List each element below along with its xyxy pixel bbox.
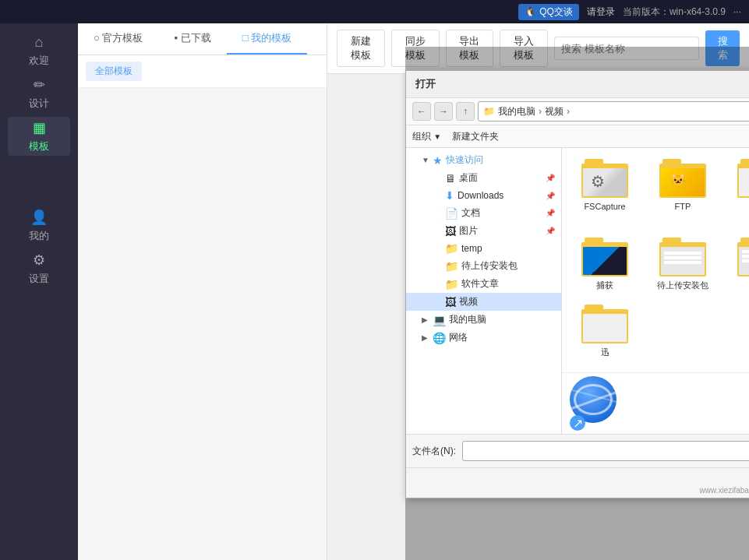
file-item-ftp[interactable]: 🐱 FTP [648,156,718,227]
file-name: 迅 [601,347,609,357]
video-folder-icon: 🖼 [445,296,456,308]
sidebar-item-label: 模板 [29,139,49,153]
tab-label: 我的模板 [251,32,291,44]
download-icon: ⬇ [445,189,454,202]
tree-label: 待上传安装包 [461,259,555,273]
tree-label: 图片 [459,224,542,238]
sidebar-item-welcome[interactable]: ⌂ 欢迎 [8,31,70,70]
tree-label: 我的电脑 [449,313,555,326]
tree-label: Downloads [458,190,542,201]
dialog-action-bar: 组织 ▼ 新建文件夹 ⊞ [406,125,749,148]
dialog-toolbar: ← → ↑ 📁 我的电脑 › 视频 › ▼ ↻ [406,98,749,125]
tree-item-documents[interactable]: 📄 文档 📌 [406,204,561,222]
file-item-medal[interactable]: Medal [726,156,749,227]
tree-label: 桌面 [459,171,542,185]
forward-btn[interactable]: → [434,102,453,121]
sidebar-item-label: 欢迎 [29,54,49,68]
new-template-btn[interactable]: 新建模板 [337,30,385,67]
tree-item-downloads[interactable]: ⬇ Downloads 📌 [406,187,561,204]
file-item-capture[interactable]: 捕获 [570,234,640,294]
app-sidebar: ⌂ 欢迎 ✏ 设计 ▦ 模板 👤 我的 ⚙ 设置 [0,23,78,560]
address-bar[interactable]: 📁 我的电脑 › 视频 › ▼ ↻ [478,101,749,122]
sidebar-item-template[interactable]: ▦ 模板 [8,117,70,156]
back-btn[interactable]: ← [412,102,431,121]
folder-thumbnail: ⚙ [581,159,628,198]
more-btn[interactable]: ··· [733,6,741,17]
sidebar-item-label: 我的 [29,229,49,243]
pin-icon: 📌 [546,192,555,200]
file-item-upload-pkg[interactable]: 待上传安装包 [648,234,718,294]
sidebar-item-settings[interactable]: ⚙ 设置 [8,249,70,288]
file-name: FTP [675,201,691,212]
sub-tab-all[interactable]: 全部模板 [86,62,142,81]
tree-item-mypc[interactable]: ▶ 💻 我的电脑 [406,311,561,329]
file-item-tools[interactable]: 工具 [726,234,749,294]
file-name: 待上传安装包 [657,280,708,291]
arrow-icon: ▶ [422,315,429,324]
document-icon: 📄 [445,207,458,220]
folder-icon: 📁 [483,106,495,117]
tree-item-quick-access[interactable]: ▼ ★ 快速访问 [406,151,561,169]
network-icon: 🌐 [433,332,446,344]
file-item-more[interactable]: 迅 [570,301,640,361]
login-btn[interactable]: 请登录 [587,5,615,19]
tree-item-network[interactable]: ▶ 🌐 网络 [406,329,561,347]
qq-icon: 🐧 [525,6,536,17]
tree-label: 视频 [459,295,555,308]
tree-item-temp[interactable]: 📁 temp [406,240,561,257]
template-main: 新建模板 同步模板 导出模板 导入模板 搜索 打开 ← → ↑ 📁 我的电脑 [327,23,749,560]
new-folder-btn[interactable]: 新建文件夹 [452,130,499,143]
tree-label: temp [461,243,555,254]
version-label: 当前版本：win-x64-3.0.9 [623,5,726,19]
tree-label: 文档 [461,206,542,220]
my-icon: □ [242,32,251,44]
sidebar-item-label: 设置 [29,272,49,286]
organize-btn[interactable]: 组织 ▼ [412,130,441,143]
folder-icon: 📁 [445,260,458,273]
organize-arrow: ▼ [433,132,441,141]
tab-downloaded[interactable]: ▪ 已下载 [158,23,226,55]
qq-chat-btn[interactable]: 🐧 QQ交谈 [518,4,579,20]
file-item-fscapture[interactable]: ⚙ FSCapture [570,156,640,227]
gear-icon: ⚙ [33,252,45,269]
dialog-footer: 文件名(N): Custom File Type [406,434,749,467]
tree-item-desktop[interactable]: 🖥 桌面 📌 [406,169,561,187]
qq-label: QQ交谈 [539,5,573,19]
sidebar-item-my[interactable]: 👤 我的 [8,206,70,245]
up-btn[interactable]: ↑ [456,102,475,121]
folder-icon: 📁 [445,278,458,291]
tree-item-software[interactable]: 📁 软件文章 [406,275,561,293]
template-sub-tabs: 全部模板 [78,55,327,88]
filename-input[interactable] [462,441,749,461]
folder-thumbnail [581,238,628,276]
arrow-icon: ▶ [422,333,429,342]
pictures-icon: 🖼 [445,225,456,238]
template-icon: ▦ [33,119,46,136]
tree-item-upload-pkg[interactable]: 📁 待上传安装包 [406,257,561,275]
file-name: 捕获 [596,280,613,291]
main-layout: ⌂ 欢迎 ✏ 设计 ▦ 模板 👤 我的 ⚙ 设置 ○ 官方模板 ▪ [0,23,749,560]
template-panel: ○ 官方模板 ▪ 已下载 □ 我的模板 全部模板 [78,23,327,560]
ie-icon: ↗ [570,376,624,431]
design-icon: ✏ [34,76,45,93]
pin-icon: 📌 [546,174,555,182]
dialog-body: ▼ ★ 快速访问 🖥 桌面 📌 ⬇ [406,148,749,434]
arrow-icon: ▼ [422,156,429,164]
tab-official[interactable]: ○ 官方模板 [78,23,158,55]
folder-thumbnail [659,238,706,276]
top-bar: 🐧 QQ交谈 请登录 当前版本：win-x64-3.0.9 ··· [0,0,749,23]
folder-thumbnail [737,159,749,198]
sidebar-item-design[interactable]: ✏ 设计 [8,74,70,113]
folder-thumbnail [737,238,749,276]
computer-icon: 💻 [433,314,446,326]
file-grid: ⚙ FSCapture [562,148,749,372]
folder-thumbnail [581,305,628,343]
address-pc: 我的电脑 [498,105,535,118]
tree-item-pictures[interactable]: 🖼 图片 📌 [406,222,561,240]
pin-icon: 📌 [546,227,555,235]
tree-item-video[interactable]: 🖼 视频 [406,293,561,311]
sidebar-item-label: 设计 [29,97,49,111]
desktop-icon: 🖥 [445,172,456,185]
tab-my-template[interactable]: □ 我的模板 [227,23,307,55]
pin-icon: 📌 [546,209,555,217]
